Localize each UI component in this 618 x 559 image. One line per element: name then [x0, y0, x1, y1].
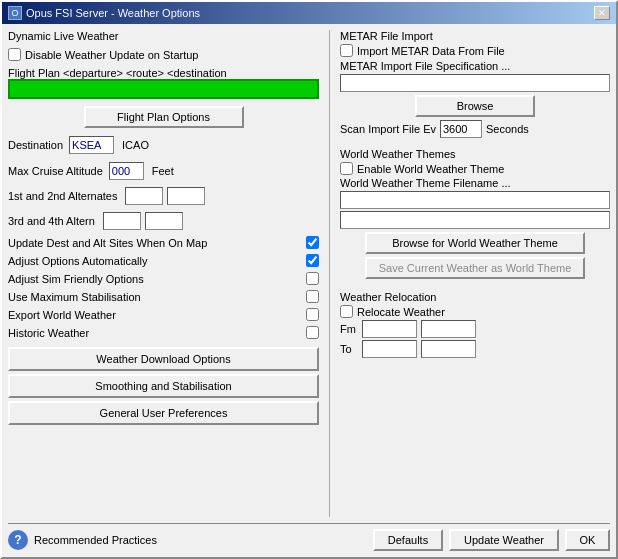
main-content: Dynamic Live Weather Disable Weather Upd…: [8, 30, 610, 517]
footer-buttons: Defaults Update Weather OK: [373, 529, 610, 551]
defaults-button[interactable]: Defaults: [373, 529, 443, 551]
seconds-label: Seconds: [486, 123, 529, 135]
ok-button[interactable]: OK: [565, 529, 610, 551]
metar-file-input[interactable]: [340, 74, 610, 92]
browse-world-btn-row: Browse for World Weather Theme: [340, 232, 610, 254]
from-input2[interactable]: [421, 320, 476, 338]
adjust-sim-row: Adjust Sim Friendly Options: [8, 272, 319, 285]
metar-section: METAR File Import Import METAR Data From…: [340, 30, 610, 138]
close-button[interactable]: ✕: [594, 6, 610, 20]
help-icon[interactable]: ?: [8, 530, 28, 550]
footer: ? Recommended Practices Defaults Update …: [8, 523, 610, 551]
max-cruise-label: Max Cruise Altitude: [8, 165, 103, 177]
browse-btn-row: Browse: [340, 95, 610, 117]
world-section-label: World Weather Themes: [340, 148, 610, 160]
save-world-button[interactable]: Save Current Weather as World Theme: [365, 257, 585, 279]
use-max-stab-row: Use Maximum Stabilisation: [8, 290, 319, 303]
max-cruise-input[interactable]: [109, 162, 144, 180]
left-panel: Dynamic Live Weather Disable Weather Upd…: [8, 30, 319, 517]
footer-left: ? Recommended Practices: [8, 530, 157, 550]
alt34-row: 3rd and 4th Altern: [8, 212, 319, 230]
flight-plan-options-button[interactable]: Flight Plan Options: [84, 106, 244, 128]
use-max-stab-checkbox[interactable]: [306, 290, 319, 303]
destination-row: Destination ICAO: [8, 136, 319, 154]
metar-spec-label: METAR Import File Specification ...: [340, 60, 610, 72]
adjust-auto-row: Adjust Options Automatically: [8, 254, 319, 267]
alt12-input1[interactable]: [125, 187, 163, 205]
adjust-auto-checkbox[interactable]: [306, 254, 319, 267]
browse-world-button[interactable]: Browse for World Weather Theme: [365, 232, 585, 254]
world-weather-section: World Weather Themes Enable World Weathe…: [340, 148, 610, 281]
window-title: Opus FSI Server - Weather Options: [26, 7, 200, 19]
alt12-label: 1st and 2nd Alternates: [8, 190, 117, 202]
max-cruise-row: Max Cruise Altitude Feet: [8, 162, 319, 180]
destination-input[interactable]: [69, 136, 114, 154]
scan-input[interactable]: [440, 120, 482, 138]
browse-button[interactable]: Browse: [415, 95, 535, 117]
world-theme-input2[interactable]: [340, 211, 610, 229]
from-row: Fm: [340, 320, 610, 338]
recommended-label: Recommended Practices: [34, 534, 157, 546]
enable-world-row: Enable World Weather Theme: [340, 162, 610, 175]
to-input1[interactable]: [362, 340, 417, 358]
flight-plan-label: Flight Plan <departure> <route> <destina…: [8, 67, 227, 79]
disable-weather-row: Disable Weather Update on Startup: [8, 48, 319, 61]
alt34-input1[interactable]: [103, 212, 141, 230]
metar-section-label: METAR File Import: [340, 30, 610, 42]
update-dest-label: Update Dest and Alt Sites When On Map: [8, 237, 302, 249]
enable-world-checkbox[interactable]: [340, 162, 353, 175]
adjust-auto-label: Adjust Options Automatically: [8, 255, 302, 267]
relocation-label: Weather Relocation: [340, 291, 610, 303]
flight-plan-input[interactable]: KVPS NO.444833E3.063333:NSE NO.707000E15: [8, 79, 319, 99]
flight-plan-btn-row: Flight Plan Options: [8, 106, 319, 128]
app-icon: O: [8, 6, 22, 20]
export-world-label: Export World Weather: [8, 309, 302, 321]
alt34-input2[interactable]: [145, 212, 183, 230]
smoothing-stabilisation-button[interactable]: Smoothing and Stabilisation: [8, 374, 319, 398]
to-input2[interactable]: [421, 340, 476, 358]
feet-label: Feet: [152, 165, 174, 177]
main-window: O Opus FSI Server - Weather Options ✕ Dy…: [0, 0, 618, 559]
world-theme-input1[interactable]: [340, 191, 610, 209]
world-filename-section: World Weather Theme Filename ...: [340, 177, 610, 229]
disable-weather-checkbox[interactable]: [8, 48, 21, 61]
world-filename-label: World Weather Theme Filename ...: [340, 177, 610, 189]
disable-weather-label: Disable Weather Update on Startup: [25, 49, 198, 61]
main-buttons: Weather Download Options Smoothing and S…: [8, 347, 319, 425]
adjust-sim-label: Adjust Sim Friendly Options: [8, 273, 302, 285]
alt34-label: 3rd and 4th Altern: [8, 215, 95, 227]
right-panel: METAR File Import Import METAR Data From…: [340, 30, 610, 517]
icao-label: ICAO: [122, 139, 149, 151]
alt12-input2[interactable]: [167, 187, 205, 205]
import-metar-label: Import METAR Data From File: [357, 45, 505, 57]
use-max-stab-label: Use Maximum Stabilisation: [8, 291, 302, 303]
alt12-row: 1st and 2nd Alternates: [8, 187, 319, 205]
relocate-label: Relocate Weather: [357, 306, 445, 318]
title-bar: O Opus FSI Server - Weather Options ✕: [2, 2, 616, 24]
import-metar-checkbox[interactable]: [340, 44, 353, 57]
title-bar-left: O Opus FSI Server - Weather Options: [8, 6, 200, 20]
relocation-section: Weather Relocation Relocate Weather Fm T…: [340, 291, 610, 360]
historic-label: Historic Weather: [8, 327, 302, 339]
weather-download-options-button[interactable]: Weather Download Options: [8, 347, 319, 371]
scan-row: Scan Import File Ev Seconds: [340, 120, 610, 138]
historic-checkbox[interactable]: [306, 326, 319, 339]
from-label: Fm: [340, 323, 358, 335]
general-user-preferences-button[interactable]: General User Preferences: [8, 401, 319, 425]
enable-world-label: Enable World Weather Theme: [357, 163, 504, 175]
dynamic-weather-label: Dynamic Live Weather: [8, 30, 319, 42]
vertical-divider: [329, 30, 330, 517]
adjust-sim-checkbox[interactable]: [306, 272, 319, 285]
update-weather-button[interactable]: Update Weather: [449, 529, 559, 551]
save-world-btn-row: Save Current Weather as World Theme: [340, 257, 610, 279]
export-world-checkbox[interactable]: [306, 308, 319, 321]
destination-label: Destination: [8, 139, 63, 151]
import-metar-row: Import METAR Data From File: [340, 44, 610, 57]
scan-label: Scan Import File Ev: [340, 123, 436, 135]
update-dest-row: Update Dest and Alt Sites When On Map: [8, 236, 319, 249]
update-dest-checkbox[interactable]: [306, 236, 319, 249]
window-body: Dynamic Live Weather Disable Weather Upd…: [2, 24, 616, 557]
relocate-checkbox[interactable]: [340, 305, 353, 318]
metar-spec-section: METAR Import File Specification ...: [340, 60, 610, 92]
from-input1[interactable]: [362, 320, 417, 338]
